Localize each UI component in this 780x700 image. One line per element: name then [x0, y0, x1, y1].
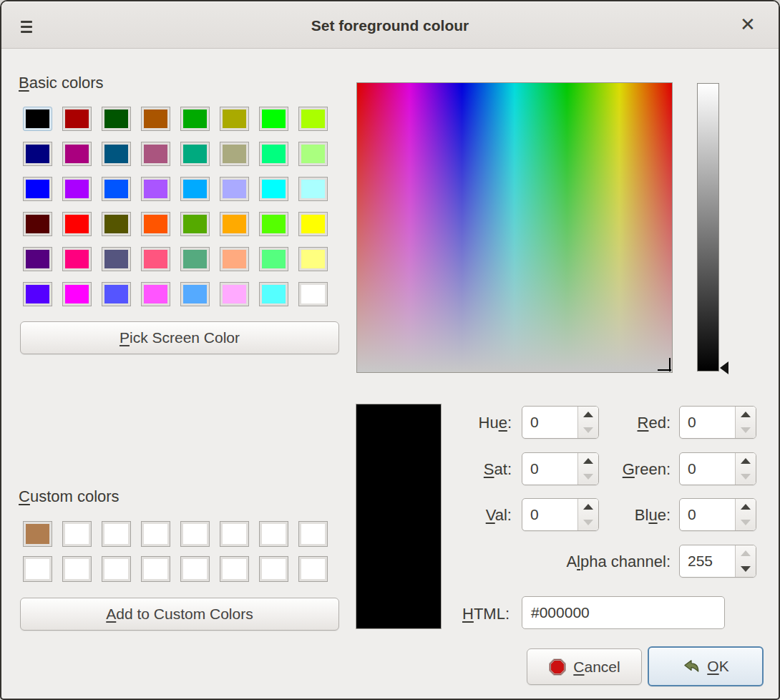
- color-swatch[interactable]: [220, 282, 249, 306]
- color-swatch[interactable]: [62, 247, 92, 271]
- color-swatch[interactable]: [141, 107, 170, 131]
- blue-spinbox[interactable]: 0: [679, 498, 756, 531]
- hue-spinbox[interactable]: 0: [522, 406, 599, 439]
- color-swatch[interactable]: [298, 521, 328, 547]
- color-swatch[interactable]: [141, 282, 170, 306]
- green-value[interactable]: 0: [680, 453, 735, 485]
- hue-spin-up-icon[interactable]: [578, 407, 598, 422]
- color-swatch[interactable]: [23, 142, 52, 166]
- color-swatch[interactable]: [141, 212, 170, 236]
- color-swatch[interactable]: [220, 556, 249, 582]
- color-swatch[interactable]: [23, 521, 52, 547]
- color-swatch[interactable]: [102, 247, 131, 271]
- alpha-spin-up-icon[interactable]: [736, 545, 756, 561]
- color-swatch[interactable]: [180, 107, 210, 131]
- val-value[interactable]: 0: [522, 499, 577, 530]
- color-swatch[interactable]: [102, 556, 131, 582]
- color-swatch[interactable]: [23, 556, 52, 582]
- color-swatch[interactable]: [259, 282, 288, 306]
- hue-sat-gradient[interactable]: [356, 82, 673, 373]
- val-spinbox[interactable]: 0: [522, 498, 599, 531]
- color-swatch[interactable]: [102, 521, 131, 547]
- color-swatch[interactable]: [141, 177, 170, 201]
- color-swatch[interactable]: [102, 107, 131, 131]
- sat-value[interactable]: 0: [522, 453, 577, 485]
- red-value[interactable]: 0: [680, 407, 735, 438]
- color-swatch[interactable]: [298, 212, 328, 236]
- blue-spin-up-icon[interactable]: [736, 499, 756, 515]
- color-swatch[interactable]: [23, 107, 52, 131]
- color-swatch[interactable]: [180, 247, 210, 271]
- alpha-value[interactable]: 255: [680, 545, 735, 577]
- alpha-spinbox[interactable]: 255: [679, 545, 756, 578]
- color-swatch[interactable]: [102, 282, 131, 306]
- green-spin-down-icon[interactable]: [736, 469, 756, 485]
- close-icon[interactable]: ✕: [736, 11, 760, 38]
- red-spin-down-icon[interactable]: [736, 422, 756, 438]
- color-swatch[interactable]: [259, 247, 288, 271]
- color-swatch[interactable]: [298, 177, 328, 201]
- color-swatch[interactable]: [141, 556, 170, 582]
- color-swatch[interactable]: [62, 212, 92, 236]
- green-spin-up-icon[interactable]: [736, 453, 756, 469]
- color-swatch[interactable]: [298, 282, 328, 306]
- color-swatch[interactable]: [298, 107, 328, 131]
- color-swatch[interactable]: [220, 212, 249, 236]
- color-swatch[interactable]: [141, 142, 170, 166]
- html-input[interactable]: #000000: [522, 596, 725, 629]
- pick-screen-color-button[interactable]: Pick Screen Color: [20, 321, 339, 354]
- color-swatch[interactable]: [62, 521, 92, 547]
- value-slider-arrow-icon[interactable]: [720, 361, 728, 374]
- color-swatch[interactable]: [298, 556, 328, 582]
- green-spinbox[interactable]: 0: [679, 452, 756, 485]
- blue-value[interactable]: 0: [680, 499, 735, 530]
- color-swatch[interactable]: [23, 282, 52, 306]
- color-swatch[interactable]: [180, 177, 210, 201]
- color-swatch[interactable]: [62, 107, 92, 131]
- blue-spin-down-icon[interactable]: [736, 515, 756, 530]
- color-swatch[interactable]: [23, 247, 52, 271]
- color-swatch[interactable]: [259, 177, 288, 201]
- color-swatch[interactable]: [180, 521, 210, 547]
- red-spinbox[interactable]: 0: [679, 406, 756, 439]
- val-spin-down-icon[interactable]: [578, 515, 598, 530]
- color-swatch[interactable]: [259, 142, 288, 166]
- color-swatch[interactable]: [62, 556, 92, 582]
- val-spin-up-icon[interactable]: [578, 499, 598, 515]
- alpha-spin-down-icon[interactable]: [736, 561, 756, 577]
- color-swatch[interactable]: [102, 177, 131, 201]
- color-swatch[interactable]: [259, 212, 288, 236]
- value-slider-gradient[interactable]: [697, 83, 719, 371]
- color-swatch[interactable]: [23, 177, 52, 201]
- color-swatch[interactable]: [298, 247, 328, 271]
- color-swatch[interactable]: [62, 142, 92, 166]
- color-swatch[interactable]: [220, 142, 249, 166]
- color-swatch[interactable]: [141, 521, 170, 547]
- color-swatch[interactable]: [180, 282, 210, 306]
- color-swatch[interactable]: [220, 177, 249, 201]
- color-swatch[interactable]: [180, 556, 210, 582]
- color-swatch[interactable]: [62, 177, 92, 201]
- color-swatch[interactable]: [141, 247, 170, 271]
- color-swatch[interactable]: [180, 212, 210, 236]
- color-swatch[interactable]: [220, 521, 249, 547]
- color-swatch[interactable]: [220, 107, 249, 131]
- color-swatch[interactable]: [62, 282, 92, 306]
- color-swatch[interactable]: [180, 142, 210, 166]
- sat-spin-down-icon[interactable]: [578, 469, 598, 485]
- color-swatch[interactable]: [259, 107, 288, 131]
- color-swatch[interactable]: [259, 521, 288, 547]
- add-to-custom-colors-button[interactable]: Add to Custom Colors: [20, 598, 339, 631]
- sat-spin-up-icon[interactable]: [578, 453, 598, 469]
- color-swatch[interactable]: [102, 142, 131, 166]
- color-swatch[interactable]: [298, 142, 328, 166]
- color-swatch[interactable]: [102, 212, 131, 236]
- ok-button[interactable]: OK: [648, 646, 764, 686]
- color-swatch[interactable]: [23, 212, 52, 236]
- sat-spinbox[interactable]: 0: [522, 452, 599, 485]
- red-spin-up-icon[interactable]: [736, 407, 756, 422]
- cancel-button[interactable]: Cancel: [527, 648, 642, 685]
- color-swatch[interactable]: [259, 556, 288, 582]
- hue-spin-down-icon[interactable]: [578, 422, 598, 438]
- hue-value[interactable]: 0: [522, 407, 577, 438]
